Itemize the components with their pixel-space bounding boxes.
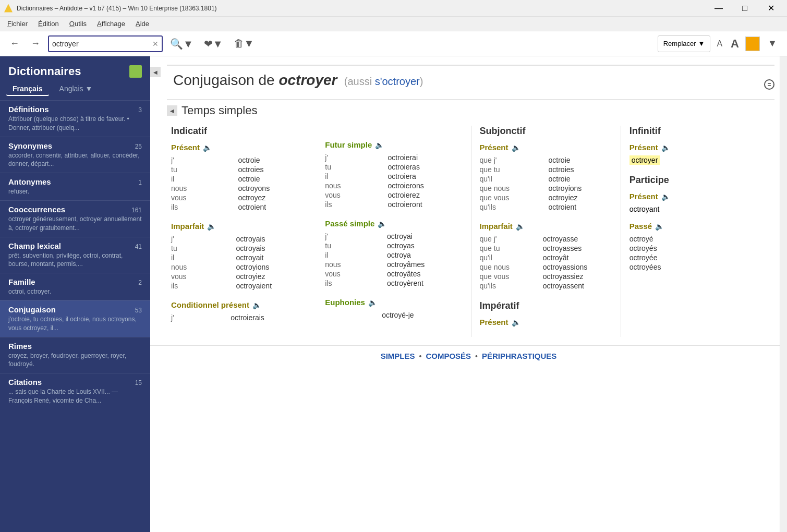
speaker-icon[interactable]: 🔈 [203, 143, 212, 152]
lang-tab-french[interactable]: Français [6, 82, 49, 96]
titlebar-controls[interactable]: — □ ✕ [707, 0, 783, 17]
remplacer-arrow: ▼ [698, 40, 705, 47]
infinitif-present: Présent 🔈 octroyer [629, 143, 770, 164]
sidebar-item-count: 3 [138, 106, 142, 114]
color-dropdown-button[interactable]: ▼ [764, 35, 781, 52]
imperatif-section: Impératif Présent 🔈 [480, 300, 612, 327]
favorites-button[interactable]: ❤▼ [201, 35, 226, 52]
sidebar-item-count: 161 [131, 207, 142, 214]
sidebar-item-famille[interactable]: Famille 2 octroi, octroyer. [0, 273, 150, 300]
subjonctif-imparfait: Imparfait 🔈 que j'octroyasse que tuoctro… [480, 222, 612, 290]
imperatif-present-name: Présent [480, 318, 508, 327]
titlebar-title: Dictionnaires – Antidote – v1 b7 (415) –… [17, 5, 217, 12]
collapse-section-button[interactable]: ◀ [167, 105, 177, 116]
sidebar-item-name: Famille [8, 277, 35, 286]
titlebar: Dictionnaires – Antidote – v1 b7 (415) –… [0, 0, 787, 17]
dot-1: • [419, 352, 422, 360]
sidebar-item-preview: croyez, broyer, foudroyer, guerroyer, ro… [8, 352, 142, 369]
speaker-icon[interactable]: 🔈 [516, 222, 525, 231]
sidebar-item-name: Antonymes [8, 177, 51, 186]
forward-button[interactable]: → [27, 35, 44, 52]
speaker-icon[interactable]: 🔈 [512, 143, 520, 152]
sidebar-item-cooccurrences[interactable]: Cooccurrences 161 octroyer généreusement… [0, 200, 150, 237]
speaker-icon[interactable]: 🔈 [375, 141, 384, 149]
conditionnel-tense-name: Conditionnel présent [171, 300, 249, 309]
menu-aide[interactable]: Aide [130, 18, 154, 30]
imparfait-tense-name: Imparfait [171, 222, 204, 231]
sidebar-item-preview: accorder, consentir, attribuer, allouer,… [8, 151, 142, 169]
infinitif-present-form: octroyer [629, 155, 660, 165]
nav-composes[interactable]: COMPOSÉS [426, 352, 471, 360]
scrollbar[interactable] [780, 56, 787, 532]
minimize-button[interactable]: — [707, 0, 731, 17]
sidebar-item-preview: ... sais que la Charte de Louis XVII... … [8, 388, 142, 405]
euphonies-table: octroyé-je [325, 311, 462, 319]
sidebar-item-synonymes[interactable]: Synonymes 25 accorder, consentir, attrib… [0, 137, 150, 173]
sidebar-item-rimes[interactable]: Rimes croyez, broyer, foudroyer, guerroy… [0, 337, 150, 373]
font-large-button[interactable]: A [731, 37, 739, 51]
close-button[interactable]: ✕ [759, 0, 783, 17]
subjonctif-title: Subjonctif [480, 126, 612, 137]
nav-periphrastiques[interactable]: PÉRIPHRASTIQUES [482, 352, 556, 360]
indicatif-title: Indicatif [171, 126, 312, 137]
passe-simple-table: j'octroyai tuoctroyas iloctroya nousoctr… [325, 232, 462, 287]
sidebar-item-count: 15 [135, 379, 142, 386]
indicatif-section: Indicatif Présent 🔈 j'octroie tuoctroies… [171, 126, 321, 337]
speaker-icon[interactable]: 🔈 [661, 143, 670, 152]
sidebar-header: Dictionnaires [0, 56, 150, 82]
euphonies: Euphonies 🔈 octroyé-je [325, 298, 462, 319]
toolbar: ← → ✕ 🔍▼ ❤▼ 🗑▼ Remplacer ▼ A A ▼ [0, 31, 787, 56]
menubar: Fichier Édition Outils Affichage Aide [0, 17, 787, 31]
color-swatch[interactable] [745, 37, 760, 51]
search-box: ✕ [48, 35, 163, 52]
speaker-icon[interactable]: 🔈 [378, 220, 386, 228]
futur-table: j'octroierai tuoctroieras iloctroiera no… [325, 153, 462, 209]
lang-tab-english[interactable]: Anglais ▼ [53, 82, 99, 96]
present-table: j'octroie tuoctroies iloctroie nousoctro… [171, 156, 312, 211]
speaker-icon[interactable]: 🔈 [655, 222, 664, 231]
speaker-icon[interactable]: 🔈 [207, 222, 216, 231]
back-button[interactable]: ← [6, 35, 23, 52]
sidebar-item-conjugaison[interactable]: Conjugaison 53 j'octroie, tu octroies, i… [0, 300, 150, 337]
font-small-button[interactable]: A [717, 39, 722, 49]
indicatif-imparfait: Imparfait 🔈 j'octroyais tuoctroyais iloc… [171, 222, 312, 290]
menu-edition[interactable]: Édition [33, 18, 64, 30]
subj-imparfait-name: Imparfait [480, 222, 513, 231]
futur-tense-name: Futur simple [325, 140, 372, 149]
speaker-icon[interactable]: 🔈 [512, 318, 520, 327]
search-options-button[interactable]: 🔍▼ [167, 35, 197, 52]
sidebar-item-antonymes[interactable]: Antonymes 1 refuser. [0, 173, 150, 200]
remplacer-button[interactable]: Remplacer ▼ [658, 35, 711, 52]
sidebar-item-definitions[interactable]: Définitions 3 Attribuer (quelque chose) … [0, 100, 150, 137]
titlebar-left: Dictionnaires – Antidote – v1 b7 (415) –… [4, 4, 217, 13]
menu-outils[interactable]: Outils [64, 18, 92, 30]
menu-affichage[interactable]: Affichage [92, 18, 130, 30]
subj-imparfait-table: que j'octroyasse que tuoctroyasses qu'il… [480, 235, 612, 290]
title-word: octroyer [279, 72, 337, 88]
sidebar-dict-icon [129, 65, 142, 78]
sidebar-item-champ-lexical[interactable]: Champ lexical 41 prêt, subvention, privi… [0, 237, 150, 273]
indicatif-present: Présent 🔈 j'octroie tuoctroies iloctroie… [171, 143, 312, 211]
speaker-icon[interactable]: 🔈 [368, 298, 377, 307]
reflexive-link[interactable]: s'octroyer [375, 76, 420, 87]
menu-fichier[interactable]: Fichier [2, 18, 33, 30]
speaker-icon[interactable]: 🔈 [661, 192, 670, 201]
history-button[interactable]: 🗑▼ [231, 35, 258, 52]
passe-simple-name: Passé simple [325, 219, 374, 228]
sidebar-item-count: 53 [135, 307, 142, 314]
subjonctif-section: Subjonctif Présent 🔈 que j'octroie que t… [471, 126, 621, 337]
sidebar-item-name: Synonymes [8, 141, 52, 150]
search-input[interactable] [52, 40, 152, 48]
info-icon[interactable]: = [764, 79, 774, 90]
search-clear-button[interactable]: ✕ [152, 40, 159, 48]
sidebar-title: Dictionnaires [8, 65, 81, 78]
sidebar-item-preview: Attribuer (quelque chose) à titre de fav… [8, 115, 142, 132]
sidebar-item-name: Champ lexical [8, 241, 61, 250]
maximize-button[interactable]: □ [733, 0, 757, 17]
imperatif-title: Impératif [480, 300, 612, 311]
sidebar-item-citations[interactable]: Citations 15 ... sais que la Charte de L… [0, 373, 150, 409]
nav-simples[interactable]: SIMPLES [381, 352, 415, 360]
conditionnel-table: j'octroierais [171, 313, 312, 322]
collapse-sidebar-button[interactable]: ◀ [150, 67, 161, 77]
speaker-icon[interactable]: 🔈 [252, 301, 261, 309]
